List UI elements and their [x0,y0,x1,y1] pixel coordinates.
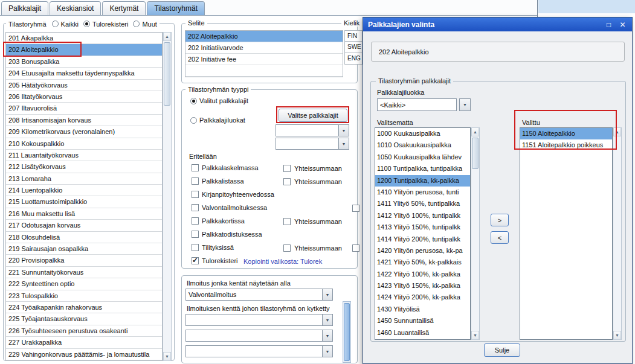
scroll-up-icon[interactable]: ▲ [163,32,171,41]
valitsematta-item[interactable]: 1430 Ylityölisä [375,304,470,315]
sulje-button[interactable]: Sulje [484,343,520,357]
checkbox-kirjanpitoyhteenvedossa[interactable] [192,191,199,198]
stats-list-item[interactable]: 223 Tulospalkkio [6,290,162,302]
valitsematta-item[interactable]: 1414 Ylityö 200%, tuntipalkk [375,234,470,245]
tab-palkkalajit[interactable]: Palkkalajit [1,1,48,15]
stats-list-item[interactable]: 205 Hätätyökorvaus [6,80,162,91]
radio-valitut-palkkalajit[interactable]: Valitut palkkalajit [190,97,248,104]
move-left-button[interactable]: < [491,231,509,244]
stats-list-item[interactable]: 218 Olosuhdelisä [6,232,162,243]
dropdown-icon[interactable]: ▼ [322,289,332,300]
valitsematta-item[interactable]: 1424 Ylityö 200%, kk-palkka [375,292,470,303]
stats-list-item[interactable]: 214 Luentopalkkio [6,185,162,196]
tab-kertym-t[interactable]: Kertymät [102,1,146,15]
checkbox-far[interactable] [352,205,359,212]
scroll-down-icon[interactable]: ▼ [613,331,621,340]
stats-list-item[interactable]: 215 Luottamustoimipalkkio [6,196,162,208]
report-field-combo-1[interactable]: ▼ [185,314,333,326]
class-combo-2[interactable]: ▼ [276,138,349,150]
dialog-title-bar[interactable]: Palkkalajien valinta □ ✕ [363,18,632,31]
valittu-scrollbar[interactable]: ▲ ▼ [613,127,622,340]
stats-list-item[interactable]: 216 Muu maksettu lisä [6,208,162,220]
close-icon[interactable]: ✕ [618,21,627,29]
checkbox-yhteissummaan[interactable] [283,178,291,185]
stats-list-item[interactable]: 222 Synteettinen optio [6,278,162,290]
valitsematta-item[interactable]: 1050 Kuukausipalkka lähdev [375,152,470,163]
maximize-icon[interactable]: □ [604,21,613,29]
valittu-item[interactable]: 1151 Aloitepalkkio poikkeus [520,139,612,151]
scroll-up-icon[interactable]: ▲ [471,127,479,136]
selite-row[interactable]: 202 Aloitepalkkio [185,31,343,42]
valitsematta-item[interactable]: 1450 Sunnuntailisä [375,315,470,327]
checkbox-palkkakortissa[interactable] [192,217,199,225]
stats-list-item[interactable]: 206 Iltatyökorvaus [6,91,162,103]
stats-list-item[interactable]: 203 Bonuspalkka [6,56,162,68]
valitse-palkkalajit-button[interactable]: Valitse palkkalajit [279,109,347,122]
dropdown-icon[interactable]: ▼ [338,138,349,149]
valitsematta-item[interactable]: 1422 Ylityö 100%, kk-palkka [375,269,470,280]
stats-list[interactable]: 201 Aikapalkka202 Aloitepalkkio203 Bonus… [5,32,163,361]
valitsematta-item[interactable]: 1460 Lauantailisä [375,327,470,339]
valitsematta-item[interactable]: 1000 Kuukausipalkka [375,128,470,139]
stats-list-item[interactable]: 225 Työajantasauskorvaus [6,313,162,325]
report-field-combo-2[interactable]: ▼ [185,330,333,342]
dropdown-icon[interactable]: ▼ [322,330,332,341]
stats-list-item[interactable]: 213 Lomaraha [6,173,162,185]
checkbox-yhteissummaan[interactable] [283,218,291,225]
checkbox-tulorekisteri[interactable] [192,257,199,264]
stats-list-item[interactable]: 219 Sairausajan osapalkka [6,243,162,255]
lang-cell-fin[interactable]: FIN [344,30,363,42]
valitsematta-item[interactable]: 1421 Ylityö 50%, kk-palkkais [375,257,470,268]
checkbox-valvontailmoituksessa[interactable] [192,204,199,211]
valitsematta-list[interactable]: 1000 Kuukausipalkka1010 Osakuukausipalkk… [375,127,471,340]
valittu-item[interactable]: 1150 Aloitepalkkio [520,128,612,139]
dropdown-icon[interactable]: ▼ [338,125,349,136]
selite-row[interactable]: 202 Initiative fee [185,54,343,65]
valitsematta-item[interactable]: 1420 Ylityön perusosa, kk-pa [375,245,470,257]
filter-muut[interactable]: Muut [133,21,156,28]
lang-cell-eng[interactable]: ENG [344,53,363,65]
valitsematta-item[interactable]: 1412 Ylityö 100%, tuntipalkk [375,210,470,222]
stats-list-item[interactable]: 211 Lauantaityökorvaus [6,150,162,161]
valitsematta-item[interactable]: 1411 Ylityö 50%, tuntipalkka [375,198,470,209]
checkbox-yhteissummaan[interactable] [283,244,291,252]
stats-list-item[interactable]: 212 Lisätyökorvaus [6,161,162,173]
dropdown-icon[interactable]: ▼ [322,315,332,325]
report-field-combo-3[interactable]: ▼ [185,345,333,357]
filter-kaikki[interactable]: Kaikki [52,21,79,28]
move-right-button[interactable]: > [491,214,509,226]
palkkalajiluokka-combo[interactable]: <Kaikki> [377,98,457,111]
checkbox-palkkalistassa[interactable] [192,177,199,185]
middle-panel-scrollbar[interactable] [343,301,351,363]
scroll-down-icon[interactable]: ▼ [163,352,171,361]
stats-list-item[interactable]: 224 Työaikapankin rahakorvaus [6,302,162,313]
kopiointi-link[interactable]: Kopiointi valikosta: Tulorek [243,258,322,265]
scrollbar-thumb[interactable] [344,303,350,361]
valittu-list[interactable]: 1150 Aloitepalkkio1151 Aloitepalkkio poi… [520,127,613,340]
tab-tilastoryhm-t[interactable]: Tilastoryhmät [147,1,205,15]
valitsematta-scrollbar[interactable]: ▲ ▼ [471,127,480,340]
stats-list-item[interactable]: 229 Vahingonkorvaus päättämis- ja lomaut… [6,349,162,360]
checkbox-yhteissummaan[interactable] [283,165,291,172]
stats-list-item[interactable]: 202 Aloitepalkkio [6,44,162,56]
radio-palkkalajiluokat[interactable]: Palkkalajiluokat [190,117,245,124]
selite-row[interactable]: 202 Initiatiivarvode [185,42,343,54]
valitsematta-item[interactable]: 1100 Tuntipalkka, tuntipalkka [375,163,470,174]
dropdown-icon[interactable]: ▼ [322,346,332,357]
stats-list-item[interactable]: 217 Odotusajan korvaus [6,220,162,231]
lang-cell-swe[interactable]: SWE [344,42,363,53]
stats-list-item[interactable]: 226 Työsuhteeseen perustuva osakeanti [6,325,162,337]
selite-list[interactable]: 202 Aloitepalkkio202 Initiatiivarvode202… [185,30,343,77]
stats-list-item[interactable]: 210 Kokouspalkkio [6,138,162,150]
tab-keskiansiot[interactable]: Keskiansiot [50,1,101,15]
checkbox-tilityksiss[interactable] [192,244,199,251]
checkbox-palkkatodistuksessa[interactable] [192,231,199,238]
class-combo-1[interactable]: ▼ [276,124,349,136]
stats-list-item[interactable]: 204 Etuusajalta maksettu täydennyspalkka [6,68,162,79]
checkbox-palkkalaskelmassa[interactable] [192,164,199,171]
stats-list-item[interactable]: 207 Iltavuorolisä [6,103,162,114]
palkkalajiluokka-combo-arrow[interactable]: ▼ [459,98,471,111]
valitsematta-item[interactable]: 1010 Osakuukausipalkka [375,139,470,151]
valitsematta-item[interactable]: 1200 Tuntipalkka, kk-palkka [375,175,470,187]
scrollbar-thumb[interactable] [164,42,170,106]
